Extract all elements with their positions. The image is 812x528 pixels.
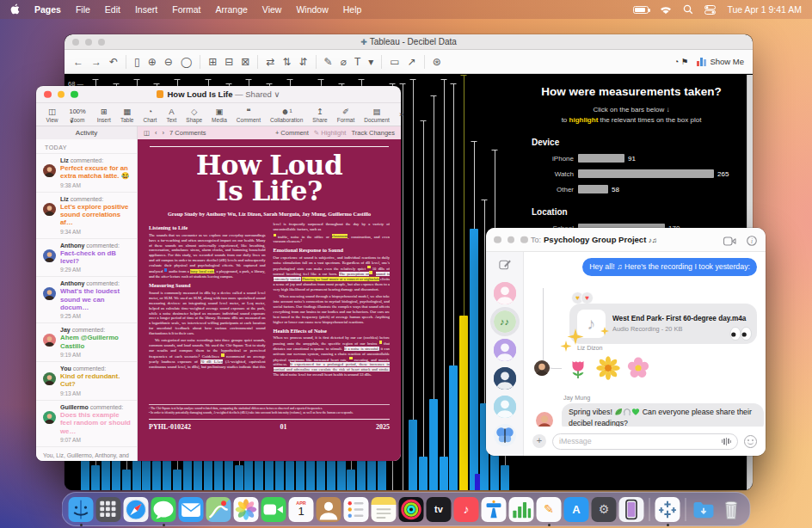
prev-comment-button[interactable]: ‹ [155,129,157,137]
conversation-avatar-butterfly[interactable] [494,424,516,446]
conversation-avatar-pink[interactable] [494,282,516,304]
tulip-sticker[interactable] [565,355,591,384]
tableau-tool-button[interactable]: ⊕ [148,57,157,67]
tableau-tool-button[interactable]: ▯ [134,57,140,67]
eyes-sticker[interactable] [729,327,752,341]
dock-maps[interactable] [206,497,231,522]
close-button[interactable] [494,236,501,243]
dock-keynote[interactable] [482,497,507,522]
close-button[interactable] [44,90,52,98]
box-plot-column[interactable] [408,75,418,490]
wifi-icon[interactable] [660,5,672,15]
highlight-button[interactable]: ✎ Highlight [314,129,347,137]
comment-item[interactable]: Jay commented: Ahem @Guillermo Castillo … [36,322,137,361]
tableau-tool-button[interactable]: ⊟ [225,57,233,67]
tableau-tool-button[interactable]: ↗ [408,57,416,67]
audio-message-icon[interactable] [722,438,732,445]
toolbar-format-button[interactable]: ✐Format [337,107,355,123]
track-changes-button[interactable]: Track Changes [351,129,395,137]
menu-item-arrange[interactable]: Arrange [215,4,247,15]
dock-facetime[interactable] [261,497,286,522]
compose-button[interactable] [499,259,511,274]
toolbar-media-button[interactable]: ▣Media [212,107,227,123]
dock-pages-app[interactable]: ✎ [537,497,562,522]
tableau-tool-button[interactable]: ⌀ [341,57,347,67]
toolbar-insert-button[interactable]: ⊞Insert [97,107,111,123]
menu-item-window[interactable]: Window [296,4,328,15]
imessage-input[interactable]: iMessage [552,433,738,450]
tableau-tool-button[interactable]: ⊖ [164,57,173,67]
comment-item[interactable]: Anthony commented: Fact-check on dB leve… [36,238,137,277]
shared-menu[interactable]: — Shared ∨ [232,89,280,99]
toolbar-shape-button[interactable]: ◇Shape [186,107,202,123]
red-heart-tapback[interactable]: ♥ [581,292,594,304]
dock-launchpad[interactable] [96,497,121,522]
dock-tableau-app[interactable] [655,497,680,522]
pink-blossom-sticker[interactable] [625,355,651,384]
toolbar-chart-button[interactable]: ◔Chart [143,107,157,123]
menu-item-insert[interactable]: Insert [135,4,157,15]
dock-tv[interactable]: tv [427,497,452,522]
conversation-avatar-sky[interactable] [494,396,516,418]
menu-item-edit[interactable]: Edit [105,4,120,15]
yellow-blossom-sticker[interactable] [595,355,621,384]
toolbar-more-button[interactable]: » [399,109,403,120]
minimize-button[interactable] [58,90,65,98]
dock-trash[interactable] [719,497,744,522]
tableau-tool-button[interactable]: ⇅ [282,57,291,67]
menu-bar-clock[interactable]: Tue Apr 1 9:41 AM [727,4,802,15]
toolbar-view-button[interactable]: ◫View [46,107,58,123]
bar-watch[interactable] [578,169,714,178]
audio-attachment-bubble[interactable]: ♪ West End Park- First 60-degree day.m4a… [569,304,757,344]
comment-item[interactable]: Anthony commented: What's the loudest so… [36,276,137,322]
toolbar-share-button[interactable]: ↥Share [312,107,327,123]
comment-item[interactable]: Liz commented: Let's explore positive so… [36,192,137,238]
dock-fitness[interactable] [399,497,424,522]
tableau-titlebar[interactable]: ✚Tableau - Decibel Data [65,34,753,50]
menu-item-format[interactable]: Format [172,4,200,15]
search-icon[interactable] [683,4,693,15]
toolbar-document-button[interactable]: ▤Document [364,107,390,123]
sidebar-toggle-icon[interactable]: ◫ [144,129,150,137]
tableau-tool-button[interactable]: ⇵ [299,57,308,67]
dock-iphone-mirroring[interactable] [619,497,644,522]
dock-music[interactable]: ♪ [454,497,479,522]
box-plot-column[interactable] [428,75,439,490]
menu-item-view[interactable]: View [262,4,282,15]
menu-item-file[interactable]: File [76,4,90,15]
conversation-avatar-navy[interactable] [494,367,516,390]
dock-downloads[interactable] [692,497,717,522]
zoom-button[interactable] [520,236,528,243]
add-attachment-button[interactable]: + [532,434,546,448]
dock-contacts[interactable] [317,497,341,522]
document-page[interactable]: How Loud Is Life? Group Study by Anthony… [138,139,401,461]
tableau-tool-button[interactable]: ← [73,57,83,67]
box-plot-column[interactable] [448,75,458,490]
minimize-button[interactable] [85,39,92,46]
bar-other[interactable] [578,185,608,193]
tableau-tool-button[interactable]: ▾ [368,57,373,67]
info-button[interactable]: i [747,234,757,249]
dock-messages[interactable] [151,497,176,522]
facetime-video-button[interactable] [723,234,736,249]
tapback-reactions[interactable]: ♥♥ [575,292,594,304]
box-plot-column[interactable] [439,75,449,490]
dock-photos[interactable] [234,497,259,522]
zoom-button[interactable] [98,39,105,46]
apple-menu[interactable] [10,3,20,16]
toolbar-table-button[interactable]: ▦Table [120,107,134,123]
tableau-tool-button[interactable]: → [91,57,102,67]
tableau-tool-button[interactable]: ⇄ [266,57,274,67]
conversation-avatar-purple[interactable] [494,339,516,361]
tableau-tool-button[interactable]: ▭ [390,57,399,67]
tableau-tool-button[interactable]: ↶ [109,57,118,67]
tableau-tool-button[interactable]: T [354,57,360,67]
dock-finder[interactable] [69,497,94,522]
toolbar-comment-button[interactable]: ❝Comment [237,107,261,123]
tableau-tool-button[interactable]: ◯ [181,57,192,67]
dock-notes[interactable] [372,497,397,522]
box-plot-column[interactable] [458,75,469,490]
dock-calendar[interactable]: APR1 [289,497,314,522]
messages-titlebar[interactable]: To:Psychology Group Project ♪♫ i [486,228,766,252]
box-plot-column[interactable] [418,75,428,490]
